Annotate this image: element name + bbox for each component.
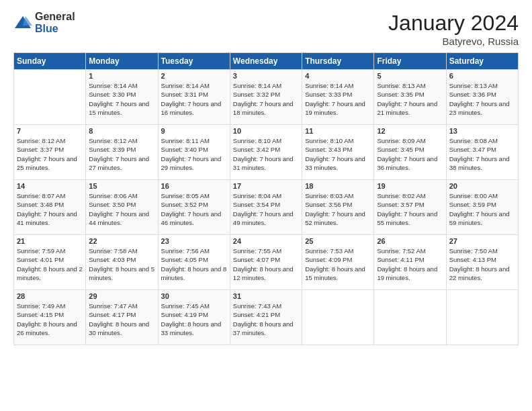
week-row-4: 21Sunrise: 7:59 AMSunset: 4:01 PMDayligh…: [14, 235, 519, 290]
svg-marker-1: [23, 16, 32, 26]
day-number: 29: [89, 292, 154, 300]
header-day-monday: Monday: [86, 53, 158, 70]
day-info: Sunrise: 8:14 AMSunset: 3:31 PMDaylight:…: [161, 81, 227, 117]
day-number: 9: [161, 127, 227, 135]
day-cell: 30Sunrise: 7:45 AMSunset: 4:19 PMDayligh…: [158, 290, 230, 345]
header-day-friday: Friday: [374, 53, 446, 70]
day-cell: 16Sunrise: 8:05 AMSunset: 3:52 PMDayligh…: [158, 180, 230, 235]
day-number: 4: [305, 72, 371, 80]
day-cell: 6Sunrise: 8:13 AMSunset: 3:36 PMDaylight…: [446, 70, 518, 125]
header-row: SundayMondayTuesdayWednesdayThursdayFrid…: [14, 53, 519, 70]
week-row-1: 1Sunrise: 8:14 AMSunset: 3:30 PMDaylight…: [14, 70, 519, 125]
day-info: Sunrise: 8:04 AMSunset: 3:54 PMDaylight:…: [233, 191, 299, 227]
day-info: Sunrise: 8:14 AMSunset: 3:30 PMDaylight:…: [89, 81, 154, 117]
day-cell: [302, 290, 374, 345]
day-cell: 20Sunrise: 8:00 AMSunset: 3:59 PMDayligh…: [446, 180, 518, 235]
day-number: 1: [89, 72, 154, 80]
day-cell: 12Sunrise: 8:09 AMSunset: 3:45 PMDayligh…: [374, 125, 446, 180]
day-info: Sunrise: 7:50 AMSunset: 4:13 PMDaylight:…: [449, 246, 515, 282]
day-cell: 19Sunrise: 8:02 AMSunset: 3:57 PMDayligh…: [374, 180, 446, 235]
day-cell: 7Sunrise: 8:12 AMSunset: 3:37 PMDaylight…: [14, 125, 86, 180]
day-cell: 11Sunrise: 8:10 AMSunset: 3:43 PMDayligh…: [302, 125, 374, 180]
day-info: Sunrise: 7:59 AMSunset: 4:01 PMDaylight:…: [17, 246, 83, 282]
day-info: Sunrise: 8:08 AMSunset: 3:47 PMDaylight:…: [449, 136, 515, 172]
day-number: 20: [449, 182, 515, 190]
day-number: 17: [233, 182, 299, 190]
day-info: Sunrise: 7:43 AMSunset: 4:21 PMDaylight:…: [233, 302, 299, 337]
day-info: Sunrise: 8:03 AMSunset: 3:56 PMDaylight:…: [305, 191, 371, 227]
day-cell: 8Sunrise: 8:12 AMSunset: 3:39 PMDaylight…: [86, 125, 158, 180]
day-cell: 31Sunrise: 7:43 AMSunset: 4:21 PMDayligh…: [230, 290, 302, 345]
day-cell: 3Sunrise: 8:14 AMSunset: 3:32 PMDaylight…: [230, 70, 302, 125]
day-info: Sunrise: 8:02 AMSunset: 3:57 PMDaylight:…: [377, 191, 443, 227]
title-block: January 2024 Batyrevo, Russia: [388, 11, 519, 47]
day-info: Sunrise: 8:12 AMSunset: 3:37 PMDaylight:…: [17, 136, 83, 172]
day-cell: 17Sunrise: 8:04 AMSunset: 3:54 PMDayligh…: [230, 180, 302, 235]
week-row-3: 14Sunrise: 8:07 AMSunset: 3:48 PMDayligh…: [14, 180, 519, 235]
day-number: 12: [377, 127, 443, 135]
day-info: Sunrise: 8:10 AMSunset: 3:42 PMDaylight:…: [233, 136, 299, 172]
day-cell: 25Sunrise: 7:53 AMSunset: 4:09 PMDayligh…: [302, 235, 374, 290]
day-info: Sunrise: 8:06 AMSunset: 3:50 PMDaylight:…: [89, 191, 154, 227]
day-info: Sunrise: 8:13 AMSunset: 3:36 PMDaylight:…: [449, 81, 515, 117]
day-number: 23: [161, 237, 227, 245]
day-number: 21: [17, 237, 83, 245]
day-number: 22: [89, 237, 154, 245]
day-info: Sunrise: 8:09 AMSunset: 3:45 PMDaylight:…: [377, 136, 443, 172]
day-cell: [14, 70, 86, 125]
day-number: 3: [233, 72, 299, 80]
logo-icon: [13, 13, 32, 32]
day-cell: [374, 290, 446, 345]
day-cell: 29Sunrise: 7:47 AMSunset: 4:17 PMDayligh…: [86, 290, 158, 345]
header-day-wednesday: Wednesday: [230, 53, 302, 70]
day-cell: 4Sunrise: 8:14 AMSunset: 3:33 PMDaylight…: [302, 70, 374, 125]
day-number: 24: [233, 237, 299, 245]
day-info: Sunrise: 8:10 AMSunset: 3:43 PMDaylight:…: [305, 136, 371, 172]
day-cell: 2Sunrise: 8:14 AMSunset: 3:31 PMDaylight…: [158, 70, 230, 125]
day-info: Sunrise: 8:14 AMSunset: 3:32 PMDaylight:…: [233, 81, 299, 117]
day-info: Sunrise: 7:47 AMSunset: 4:17 PMDaylight:…: [89, 302, 154, 337]
day-info: Sunrise: 8:07 AMSunset: 3:48 PMDaylight:…: [17, 191, 83, 227]
day-cell: 9Sunrise: 8:11 AMSunset: 3:40 PMDaylight…: [158, 125, 230, 180]
day-info: Sunrise: 7:49 AMSunset: 4:15 PMDaylight:…: [17, 302, 83, 337]
day-number: 26: [377, 237, 443, 245]
day-cell: 26Sunrise: 7:52 AMSunset: 4:11 PMDayligh…: [374, 235, 446, 290]
logo-blue-text: Blue: [35, 23, 75, 35]
day-cell: 13Sunrise: 8:08 AMSunset: 3:47 PMDayligh…: [446, 125, 518, 180]
day-cell: 23Sunrise: 7:56 AMSunset: 4:05 PMDayligh…: [158, 235, 230, 290]
day-number: 7: [17, 127, 83, 135]
day-cell: 14Sunrise: 8:07 AMSunset: 3:48 PMDayligh…: [14, 180, 86, 235]
day-number: 27: [449, 237, 515, 245]
day-number: 2: [161, 72, 227, 80]
header-day-tuesday: Tuesday: [158, 53, 230, 70]
day-number: 10: [233, 127, 299, 135]
day-number: 13: [449, 127, 515, 135]
header-day-thursday: Thursday: [302, 53, 374, 70]
day-info: Sunrise: 8:11 AMSunset: 3:40 PMDaylight:…: [161, 136, 227, 172]
day-cell: 22Sunrise: 7:58 AMSunset: 4:03 PMDayligh…: [86, 235, 158, 290]
header-day-sunday: Sunday: [14, 53, 86, 70]
day-number: 30: [161, 292, 227, 300]
day-number: 16: [161, 182, 227, 190]
day-cell: 1Sunrise: 8:14 AMSunset: 3:30 PMDaylight…: [86, 70, 158, 125]
day-info: Sunrise: 8:05 AMSunset: 3:52 PMDaylight:…: [161, 191, 227, 227]
day-number: 15: [89, 182, 154, 190]
day-cell: 5Sunrise: 8:13 AMSunset: 3:35 PMDaylight…: [374, 70, 446, 125]
day-cell: 18Sunrise: 8:03 AMSunset: 3:56 PMDayligh…: [302, 180, 374, 235]
day-info: Sunrise: 7:53 AMSunset: 4:09 PMDaylight:…: [305, 246, 371, 282]
day-info: Sunrise: 7:55 AMSunset: 4:07 PMDaylight:…: [233, 246, 299, 282]
location: Batyrevo, Russia: [388, 36, 519, 47]
day-number: 6: [449, 72, 515, 80]
day-number: 31: [233, 292, 299, 300]
calendar-table: SundayMondayTuesdayWednesdayThursdayFrid…: [13, 52, 519, 345]
day-cell: 28Sunrise: 7:49 AMSunset: 4:15 PMDayligh…: [14, 290, 86, 345]
week-row-5: 28Sunrise: 7:49 AMSunset: 4:15 PMDayligh…: [14, 290, 519, 345]
page-header: General Blue January 2024 Batyrevo, Russ…: [13, 11, 519, 47]
day-info: Sunrise: 7:52 AMSunset: 4:11 PMDaylight:…: [377, 246, 443, 282]
day-number: 18: [305, 182, 371, 190]
logo: General Blue: [13, 11, 75, 34]
day-number: 8: [89, 127, 154, 135]
week-row-2: 7Sunrise: 8:12 AMSunset: 3:37 PMDaylight…: [14, 125, 519, 180]
day-info: Sunrise: 8:00 AMSunset: 3:59 PMDaylight:…: [449, 191, 515, 227]
day-info: Sunrise: 7:45 AMSunset: 4:19 PMDaylight:…: [161, 302, 227, 337]
